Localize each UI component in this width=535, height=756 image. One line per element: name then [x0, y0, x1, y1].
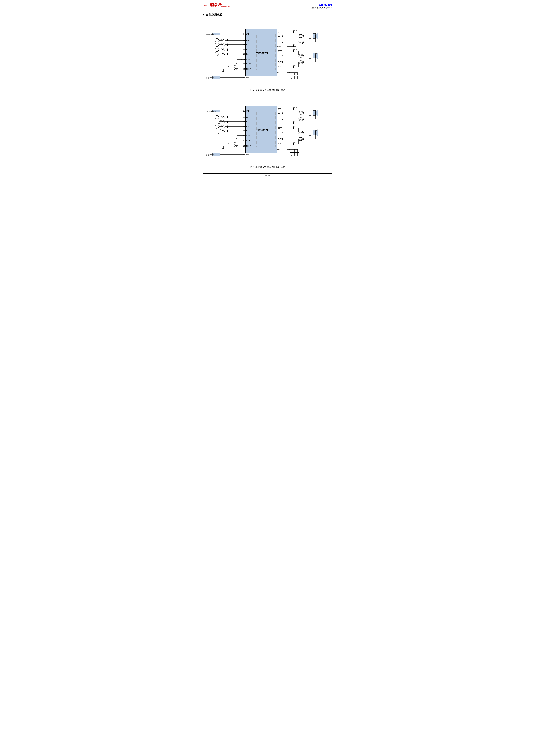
svg-text:Rn: Rn: [234, 67, 235, 68]
circuit-diagram-4: LTK52203 11 CTRL 13 INPL 14 INNL 19 INPR…: [203, 19, 332, 87]
svg-text:0.22uF: 0.22uF: [293, 126, 297, 127]
svg-text:OUTPR: OUTPR: [278, 55, 283, 57]
page-footer: page8: [203, 174, 332, 177]
svg-text:CTRL: CTRL: [246, 33, 251, 35]
circuit-diagram-5: LTK52203 11 CTRL 13 INPL 14 INNL 19 INPR…: [203, 96, 332, 164]
svg-text:OUTNL: OUTNL: [278, 119, 283, 120]
page-number: page8: [265, 175, 270, 177]
svg-text:OUTNR: OUTNR: [278, 61, 284, 63]
svg-marker-106: [316, 52, 318, 59]
svg-text:LTK52203: LTK52203: [255, 129, 268, 132]
svg-point-148: [215, 39, 219, 42]
svg-text:INNL: INNL: [246, 44, 250, 45]
logo-cn: 思泽远电子: [210, 3, 231, 6]
part-number: LTK52203: [311, 3, 332, 7]
svg-text:1000uF: 1000uF: [289, 150, 293, 151]
svg-text:OUTPR: OUTPR: [278, 132, 283, 134]
svg-point-156: [215, 43, 219, 46]
logo-area: SZY 思泽远电子 SIZEYUAN ELECTRONICS: [203, 3, 231, 8]
fig5-caption-text: 图 5. 单端输入立体声 BTL 输出模式: [250, 166, 285, 168]
fig5-caption: 图 5. 单端输入立体声 BTL 输出模式: [203, 166, 332, 169]
svg-text:BSNL: BSNL: [278, 122, 282, 124]
svg-point-357: [215, 116, 219, 119]
svg-text:Bead: Bead: [299, 132, 303, 134]
svg-text:MODE: MODE: [246, 154, 251, 155]
svg-text:LTK52203: LTK52203: [255, 52, 268, 55]
svg-text:PLIMIT: PLIMIT: [246, 68, 251, 70]
svg-text:0.1uF: 0.1uF: [296, 73, 299, 74]
svg-text:Bead: Bead: [299, 61, 303, 63]
svg-text:1-1.4V SSF Enable: 1-1.4V SSF Enable: [206, 109, 216, 111]
svg-text:Rn: Rn: [220, 48, 221, 49]
circuit-svg-4: LTK52203 11 CTRL 13 INPL 14 INNL 19 INPR…: [203, 19, 332, 87]
svg-text:≥ 1.6V SSF Disable: ≥ 1.6V SSF Disable: [206, 34, 216, 35]
svg-text:0.22uF: 0.22uF: [293, 49, 297, 50]
svg-text:0.1uF: 0.1uF: [296, 150, 299, 151]
fig4-caption: 图 4. 差分输入立体声 BTL 输出模式: [203, 89, 332, 92]
svg-text:Bead: Bead: [299, 112, 303, 114]
svg-text:Bead: Bead: [299, 55, 303, 57]
svg-text:BSPR: BSPR: [278, 127, 282, 129]
svg-text:Rn: Rn: [220, 43, 221, 44]
svg-text:Bead: Bead: [299, 35, 303, 37]
logo-box: SZY: [203, 4, 209, 7]
svg-rect-314: [313, 130, 316, 135]
svg-marker-315: [316, 129, 318, 136]
svg-text:OUTNL: OUTNL: [278, 41, 283, 43]
svg-text:OUTPL: OUTPL: [278, 35, 283, 37]
svg-text:1-1.4V SSF Enable: 1-1.4V SSF Enable: [206, 33, 216, 34]
svg-text:Bead: Bead: [299, 138, 303, 140]
svg-text:Rn: Rn: [220, 52, 221, 53]
company-name: 深圳市思泽远电子有限公司: [311, 7, 332, 9]
circuit-svg-5: LTK52203 11 CTRL 13 INPL 14 INNL 19 INPR…: [203, 96, 332, 164]
svg-rect-73: [313, 34, 316, 39]
svg-rect-283: [313, 110, 316, 116]
svg-text:PVCC: PVCC: [278, 149, 282, 150]
svg-text:OUTPL: OUTPL: [278, 112, 283, 114]
svg-text:BSPL: BSPL: [278, 108, 282, 110]
svg-text:Rn: Rn: [220, 39, 221, 40]
svg-text:0.22uF: 0.22uF: [293, 30, 297, 31]
svg-text:1uF: 1uF: [227, 66, 229, 67]
svg-text:GND: GND: [246, 59, 250, 61]
page-header: SZY 思泽远电子 SIZEYUAN ELECTRONICS LTK52203 …: [203, 3, 332, 11]
svg-marker-74: [316, 33, 318, 40]
svg-text:1000uF: 1000uF: [289, 73, 293, 74]
section-title: 典型应用电路: [203, 13, 332, 17]
svg-text:Rn: Rn: [220, 125, 221, 126]
svg-text:PLIMIT: PLIMIT: [246, 145, 251, 147]
svg-text:BSNR: BSNR: [278, 143, 282, 145]
svg-text:Rn: Rn: [234, 144, 235, 145]
svg-point-164: [215, 48, 219, 52]
svg-marker-284: [316, 109, 318, 116]
section-title-text: 典型应用电路: [206, 13, 223, 17]
svg-point-172: [215, 52, 219, 56]
svg-text:Bead: Bead: [299, 41, 303, 43]
svg-text:BSPR: BSPR: [278, 50, 282, 52]
svg-text:0: SSM: 0: SSM: [206, 78, 210, 79]
svg-text:INPL: INPL: [246, 40, 250, 41]
svg-text:1uF: 1uF: [227, 143, 229, 144]
svg-text:INNR: INNR: [246, 53, 250, 55]
svg-text:INPR: INPR: [246, 49, 250, 51]
svg-text:Rn: Rn: [220, 116, 221, 117]
logo-en: SIZEYUAN ELECTRONICS: [210, 6, 231, 8]
svg-text:BSNL: BSNL: [278, 45, 282, 47]
svg-text:0.22uF: 0.22uF: [293, 65, 297, 66]
svg-text:1: DSM(Default): 1: DSM(Default): [206, 153, 214, 155]
svg-text:OUTNR: OUTNR: [278, 138, 284, 140]
svg-text:≥ 1.6V SSF Disable: ≥ 1.6V SSF Disable: [206, 111, 216, 112]
svg-rect-105: [313, 53, 316, 58]
svg-text:1uF: 1uF: [234, 65, 236, 66]
svg-text:PVCC: PVCC: [278, 72, 282, 73]
svg-text:BSNR: BSNR: [278, 66, 282, 68]
svg-point-374: [215, 125, 219, 128]
svg-text:INNR: INNR: [246, 130, 250, 132]
svg-text:100uF: 100uF: [293, 73, 296, 74]
svg-text:0: SSM: 0: SSM: [206, 155, 210, 156]
svg-text:GVDD: GVDD: [246, 140, 251, 142]
svg-text:INNL: INNL: [246, 121, 250, 122]
svg-text:100uF: 100uF: [293, 150, 296, 151]
svg-text:CTRL: CTRL: [246, 110, 251, 112]
svg-text:Rn: Rn: [220, 129, 221, 130]
